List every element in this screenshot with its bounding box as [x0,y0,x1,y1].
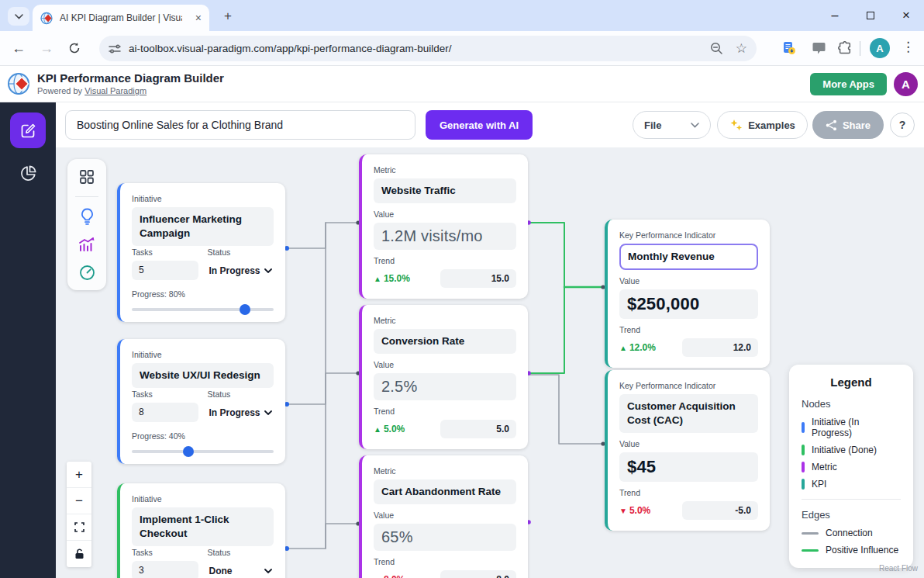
kpi-title[interactable]: Customer Acquisition Cost (CAC) [619,394,758,433]
browser-menu-button[interactable]: ⋮ [902,39,915,55]
value-label: Value [619,439,758,448]
legend-divider [802,499,901,500]
slider-thumb[interactable] [240,304,250,315]
forward-button[interactable]: → [36,37,57,59]
examples-label: Examples [748,119,795,131]
reload-button[interactable] [64,37,85,59]
initiative-node[interactable]: Initiative Influencer Marketing Campaign… [117,183,285,322]
address-bar[interactable]: ai-toolbox.visual-paradigm.com/app/kpi-p… [99,36,757,61]
help-button[interactable]: ? [890,112,915,137]
kpi-value[interactable]: $250,000 [619,289,758,319]
metric-value[interactable]: 1.2M visits/mo [374,223,516,250]
palette-initiative-button[interactable] [78,208,95,225]
metric-title[interactable]: Website Traffic [374,178,516,203]
tasks-input[interactable]: 8 [132,403,198,422]
legend-swatch-initiative-inprogress [802,422,805,433]
share-label: Share [843,119,871,131]
browser-profile-avatar[interactable]: A [870,38,890,58]
legend-edges-header: Edges [802,509,901,521]
kpi-value[interactable]: $45 [619,452,758,482]
palette-metric-button[interactable] [78,236,95,253]
metric-node[interactable]: Metric Conversion Rate Value 2.5% Trend … [359,305,528,449]
tab-search-button[interactable] [8,7,29,26]
tasks-input[interactable]: 3 [132,561,198,578]
metric-title[interactable]: Conversion Rate [374,329,516,354]
value-label: Value [374,511,516,520]
visual-paradigm-logo [7,71,33,97]
browser-tab[interactable]: AI KPI Diagram Builder | Visualiz × [33,5,209,31]
sidebar-item-charts[interactable] [19,164,37,182]
lock-button[interactable] [67,541,91,567]
app-user-avatar[interactable]: A [894,72,918,96]
legend-item: Initiative (In Progress) [802,417,901,438]
fit-view-button[interactable] [67,514,91,541]
status-value: Done [209,566,233,576]
window-minimize-button[interactable]: – [817,0,853,31]
reading-mode-icon[interactable] [778,37,800,59]
generate-ai-button[interactable]: Generate with AI [426,110,533,140]
more-apps-button[interactable]: More Apps [810,73,887,95]
initiative-node[interactable]: Initiative Implement 1-Click Checkout Ta… [117,483,285,578]
zoom-page-icon[interactable] [710,42,723,55]
progress-slider[interactable] [132,450,274,453]
edge-connection [287,524,358,549]
browser-titlebar: AI KPI Diagram Builder | Visualiz × + – … [0,0,924,31]
trend-value-input[interactable]: 15.0 [440,269,516,288]
chevron-down-icon [264,569,272,573]
kpi-node[interactable]: Key Performance Indicator Monthly Revenu… [605,220,770,368]
tasks-input[interactable]: 5 [132,261,198,280]
feedback-icon[interactable] [808,37,829,59]
file-menu-button[interactable]: File [633,111,711,139]
tab-close-icon[interactable]: × [195,12,202,23]
trend-value-input[interactable]: 12.0 [682,338,758,357]
bookmark-star-icon[interactable]: ☆ [736,40,747,57]
metric-node[interactable]: Metric Website Traffic Value 1.2M visits… [359,154,528,299]
trend-percent: ▲5.0% [374,424,405,434]
legend-item: Positive Influence [802,545,901,556]
metric-value[interactable]: 65% [374,524,516,551]
status-select[interactable]: In Progress [208,261,274,280]
status-label: Status [208,247,274,257]
zoom-out-button[interactable]: − [67,488,91,514]
kpi-node[interactable]: Key Performance Indicator Customer Acqui… [605,370,770,531]
initiative-title[interactable]: Implement 1-Click Checkout [132,507,274,546]
trend-value-input[interactable]: -5.0 [682,501,758,520]
legend-item: Metric [802,462,901,472]
sparkles-icon [729,119,743,132]
palette-kpi-button[interactable] [78,264,95,281]
initiative-title[interactable]: Website UX/UI Redesign [132,363,274,388]
kpi-title-focused[interactable]: Monthly Revenue [619,244,758,270]
legend-swatch-metric [802,462,805,472]
progress-slider[interactable] [132,308,274,311]
site-settings-icon[interactable] [109,43,121,54]
legend-item: Initiative (Done) [802,445,901,455]
prompt-input[interactable] [65,110,415,140]
url-text[interactable]: ai-toolbox.visual-paradigm.com/app/kpi-p… [129,43,710,54]
trend-value-input[interactable]: -8.0 [440,570,516,578]
visual-paradigm-link[interactable]: Visual Paradigm [84,86,147,95]
new-tab-button[interactable]: + [219,7,237,26]
fit-view-icon [74,522,84,532]
status-select[interactable]: Done [208,561,274,578]
zoom-in-button[interactable]: + [67,462,91,488]
palette-grid-button[interactable] [78,168,95,185]
initiative-title[interactable]: Influencer Marketing Campaign [132,207,274,246]
status-value: In Progress [209,407,260,418]
slider-thumb[interactable] [183,446,194,457]
status-select[interactable]: In Progress [208,403,274,422]
share-button[interactable]: Share [812,111,884,139]
window-maximize-button[interactable] [853,0,888,31]
trend-up-icon: ▲ [619,344,627,352]
powered-by: Powered by Visual Paradigm [37,86,147,95]
trend-value-input[interactable]: 5.0 [440,420,516,438]
diagram-canvas[interactable]: Initiative Influencer Marketing Campaign… [56,147,924,578]
metric-value[interactable]: 2.5% [374,373,516,400]
metric-node[interactable]: Metric Cart Abandonment Rate Value 65% T… [359,455,528,578]
examples-button[interactable]: Examples [717,111,808,139]
metric-title[interactable]: Cart Abandonment Rate [374,479,516,504]
window-close-button[interactable]: × [888,0,924,31]
initiative-node[interactable]: Initiative Website UX/UI Redesign Tasks … [117,339,285,464]
back-button[interactable]: ← [8,37,29,59]
extensions-button[interactable] [834,37,856,59]
sidebar-item-editor[interactable] [10,112,46,148]
